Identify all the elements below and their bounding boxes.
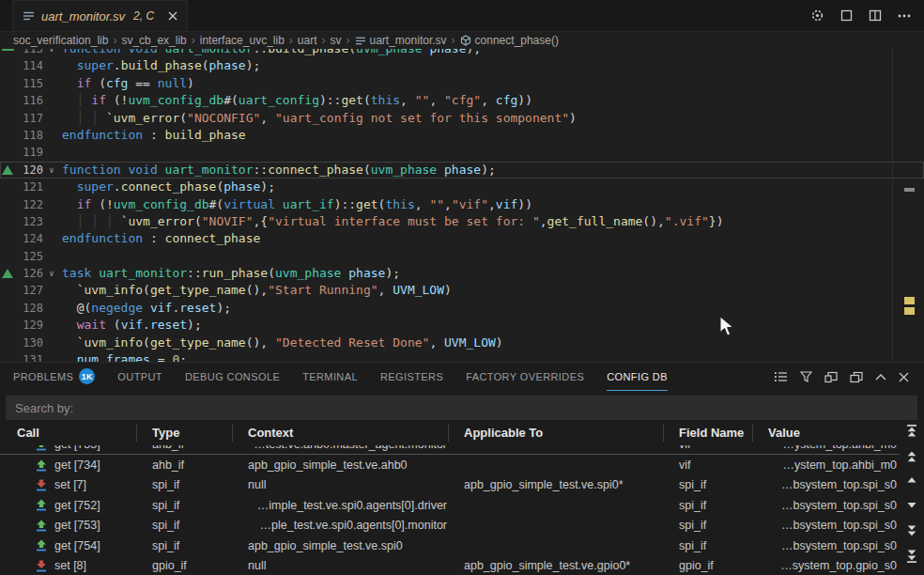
breadcrumb-separator: ›: [108, 34, 121, 47]
code-line-131: 131 num_frames = 0;: [0, 351, 924, 362]
gutter: [0, 300, 17, 317]
fold-gutter: [43, 282, 60, 299]
gutter: [0, 110, 17, 127]
open-in-window-icon[interactable]: [824, 371, 838, 383]
cell-field: spi_if: [664, 499, 753, 512]
set-call-icon: [36, 560, 47, 572]
panel-tab-terminal[interactable]: TERMINAL: [302, 363, 358, 391]
code-text: @(negedge vif.reset);: [60, 300, 231, 317]
fold-gutter: [43, 110, 60, 127]
fold-gutter: [43, 248, 60, 265]
panel-tab-output[interactable]: OUTPUT: [117, 363, 162, 391]
breadcrumb-item-sv-cb-ex-lib[interactable]: sv_cb_ex_lib: [121, 34, 186, 47]
fold-gutter: [43, 75, 60, 92]
code-text: wait (vif.reset);: [60, 317, 202, 334]
cell-field: spi_if: [664, 519, 753, 532]
breadcrumb-item-uart-monitor-sv[interactable]: uart_monitor.sv: [355, 34, 447, 47]
row-up-icon[interactable]: [904, 474, 919, 489]
code-line-113: 113∨function void uart_monitor::build_ph…: [0, 49, 924, 57]
panel-tab-bar: PROBLEMS1KOUTPUTDEBUG CONSOLETERMINALREG…: [0, 363, 924, 391]
breadcrumb-item-connect-phase-[interactable]: connect_phase(): [460, 34, 559, 47]
code-line-115: 115 if (cfg == null): [0, 75, 924, 92]
overview-ruler-warning-2: [904, 307, 915, 315]
cell-context: apb_gpio_simple_test.ve.spi0: [233, 539, 449, 552]
code-line-120: 120∨function void uart_monitor::connect_…: [0, 162, 924, 179]
fold-chevron-icon[interactable]: ∨: [43, 265, 60, 282]
gutter-triangle-marker-icon: [0, 265, 17, 282]
code-editor[interactable]: 113∨function void uart_monitor::build_ph…: [0, 49, 924, 362]
panel-tab-debug-console[interactable]: DEBUG CONSOLE: [185, 363, 280, 391]
code-line-118: 118endfunction : build_phase: [0, 127, 924, 144]
breadcrumb-item-soc-verification-lib[interactable]: soc_verification_lib: [13, 34, 108, 47]
scroll-top-icon[interactable]: [904, 424, 919, 439]
get-call-icon: [36, 539, 47, 552]
code-text: function void uart_monitor::connect_phas…: [60, 162, 496, 179]
fold-gutter: [43, 179, 60, 195]
scroll-bottom-icon[interactable]: [904, 549, 919, 564]
cell-call: set [7]: [0, 478, 137, 491]
cell-field: vif: [664, 445, 753, 451]
cell-field: spi_if: [664, 478, 753, 491]
cell-call: set [8]: [0, 559, 137, 572]
breadcrumb-item-sv[interactable]: sv: [331, 34, 342, 47]
code-text: │ │ `uvm_error("NOCONFIG", "uart_config …: [60, 110, 577, 127]
gutter-triangle-marker-icon: [0, 162, 17, 179]
table-row-set-8-[interactable]: set [8]gpio_ifnullapb_gpio_simple_test.v…: [0, 555, 900, 575]
get-call-icon: [36, 520, 47, 532]
fold-gutter: [43, 196, 60, 213]
page-up-icon[interactable]: [904, 450, 919, 465]
panel-tab-registers[interactable]: REGISTERS: [380, 363, 443, 391]
breadcrumb-item-interface-uvc-lib[interactable]: interface_uvc_lib: [200, 34, 285, 47]
line-number: 127: [17, 282, 43, 299]
column-header-context: Context: [233, 425, 449, 442]
cell-context: …ple_test.ve.spi0.agents[0].monitor: [233, 519, 449, 532]
close-tab-icon[interactable]: [168, 11, 177, 21]
settings-gear-icon[interactable]: [810, 8, 824, 23]
gutter: [0, 351, 17, 362]
duplicate-panel-icon[interactable]: [850, 371, 863, 383]
search-input[interactable]: [6, 396, 917, 420]
split-editor-icon[interactable]: [869, 9, 882, 22]
breadcrumb-item-uart[interactable]: uart: [298, 34, 317, 47]
fold-chevron-icon[interactable]: ∨: [43, 162, 60, 179]
page-down-icon[interactable]: [904, 524, 919, 539]
code-line-116: 116 │ if (!uvm_config_db#(uart_config)::…: [0, 92, 924, 109]
fold-gutter: [43, 351, 60, 362]
table-row-get-734-[interactable]: get [734]ahb_ifapb_gpio_simple_test.ve.a…: [0, 455, 900, 474]
cell-type: spi_if: [137, 539, 233, 552]
code-line-121: 121 super.connect_phase(phase);: [0, 179, 924, 195]
table-row-get-733-[interactable]: get [733]ahb_if…test.ve.ahb0.master_agen…: [0, 445, 900, 455]
fold-gutter: [43, 57, 60, 74]
code-text: `uvm_info(get_type_name(),"Start Running…: [60, 282, 452, 299]
cell-type: ahb_if: [137, 458, 233, 472]
cell-context: null: [233, 559, 449, 572]
table-row-get-754-[interactable]: get [754]spi_ifapb_gpio_simple_test.ve.s…: [0, 536, 900, 555]
fold-chevron-icon[interactable]: ∨: [43, 49, 60, 57]
code-line-117: 117 │ │ `uvm_error("NOCONFIG", "uart_con…: [0, 110, 924, 127]
column-header-type: Type: [137, 425, 233, 442]
fold-gutter: [43, 144, 60, 161]
maximize-panel-icon[interactable]: [875, 374, 886, 381]
close-panel-icon[interactable]: [899, 372, 909, 382]
table-row-get-753-[interactable]: get [753]spi_if…ple_test.ve.spi0.agents[…: [0, 516, 900, 536]
line-number: 120: [17, 162, 43, 179]
layout-square-icon[interactable]: [840, 9, 853, 22]
table-rows: get [733]ahb_if…test.ve.ahb0.master_agen…: [0, 445, 900, 575]
code-text: if (cfg == null): [60, 75, 194, 92]
gutter: [0, 179, 17, 195]
fold-gutter: [43, 92, 60, 109]
row-down-icon[interactable]: [904, 499, 919, 514]
panel-tab-config-db[interactable]: CONFIG DB: [607, 363, 668, 391]
editor-tab-uart-monitor[interactable]: uart_monitor.sv 2, C: [12, 0, 188, 31]
more-actions-icon[interactable]: [898, 14, 911, 18]
fold-gutter: [43, 127, 60, 144]
panel-tab-factory-overrides[interactable]: FACTORY OVERRIDES: [466, 363, 584, 391]
gutter: [0, 282, 17, 299]
table-row-get-752-[interactable]: get [752]spi_if…imple_test.ve.spi0.agent…: [0, 495, 900, 515]
filter-icon[interactable]: [800, 371, 812, 382]
panel-tab-problems[interactable]: PROBLEMS1K: [13, 363, 95, 391]
line-number: 114: [17, 57, 43, 74]
view-as-list-icon[interactable]: [775, 371, 788, 382]
code-text: num_frames = 0;: [60, 351, 187, 362]
table-row-set-7-[interactable]: set [7]spi_ifnullapb_gpio_simple_test.ve…: [0, 475, 900, 495]
